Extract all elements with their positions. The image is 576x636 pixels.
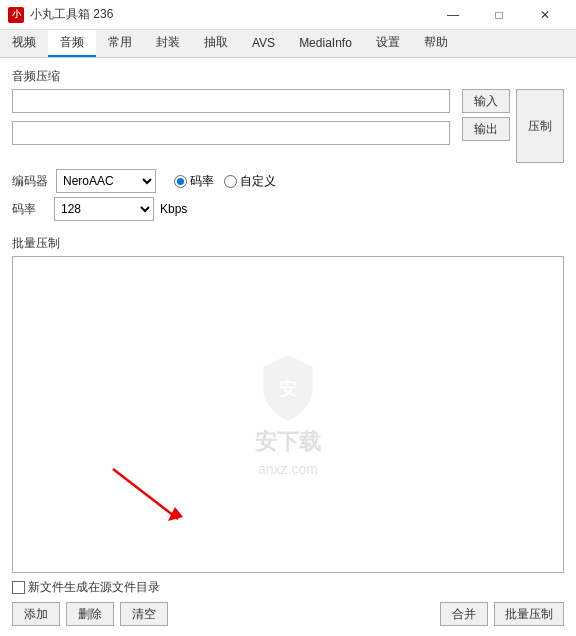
menu-item-avs[interactable]: AVS [240,30,287,57]
menu-item-common[interactable]: 常用 [96,30,144,57]
bitrate-label: 码率 [12,201,48,218]
clear-button[interactable]: 清空 [120,602,168,626]
delete-button[interactable]: 删除 [66,602,114,626]
bottom-buttons: 添加 删除 清空 合并 批量压制 [12,602,564,626]
watermark-text-en: anxz.com [258,461,318,477]
merge-button[interactable]: 合并 [440,602,488,626]
kbps-label: Kbps [160,202,187,216]
main-content: 音频压缩 输入 输出 压制 编码器 NeroAAC [0,58,576,636]
bitrate-select[interactable]: 128 192 256 320 [54,197,154,221]
input-button[interactable]: 输入 [462,89,510,113]
arrow-overlay [103,459,193,532]
encoder-select[interactable]: NeroAAC QAAC FLAC MP3 [56,169,156,193]
title-bar-left: 小 小丸工具箱 236 [8,6,113,23]
svg-line-1 [113,469,178,519]
app-icon: 小 [8,7,24,23]
menu-item-help[interactable]: 帮助 [412,30,460,57]
compress-btn-area: 压制 [516,89,564,163]
new-file-label: 新文件生成在源文件目录 [28,579,160,596]
watermark: 安 安下载 anxz.com [255,353,321,477]
new-file-checkbox[interactable] [12,581,25,594]
radio-custom[interactable]: 自定义 [224,173,276,190]
red-arrow-icon [103,459,193,529]
new-file-row: 新文件生成在源文件目录 [12,577,564,596]
svg-marker-2 [168,507,183,521]
title-bar-controls: — □ ✕ [430,0,568,30]
svg-text:安: 安 [278,378,297,399]
batch-section: 批量压制 安 安下载 anxz.com [12,235,564,626]
new-file-checkbox-item[interactable]: 新文件生成在源文件目录 [12,579,160,596]
radio-bitrate-label: 码率 [190,173,214,190]
bitrate-row: 码率 128 192 256 320 Kbps [12,197,564,221]
output-button[interactable]: 输出 [462,117,510,141]
maximize-button[interactable]: □ [476,0,522,30]
radio-group: 码率 自定义 [174,173,276,190]
encoder-label: 编码器 [12,173,48,190]
minimize-button[interactable]: — [430,0,476,30]
window-title: 小丸工具箱 236 [30,6,113,23]
menu-item-settings[interactable]: 设置 [364,30,412,57]
menu-item-mediainfo[interactable]: MediaInfo [287,30,364,57]
batch-compress-button[interactable]: 批量压制 [494,602,564,626]
radio-bitrate[interactable]: 码率 [174,173,214,190]
io-fields [12,89,450,163]
add-button[interactable]: 添加 [12,602,60,626]
watermark-shield-icon: 安 [258,353,318,423]
compress-button[interactable]: 压制 [516,89,564,163]
radio-custom-dot [224,175,237,188]
encoder-row: 编码器 NeroAAC QAAC FLAC MP3 码率 自定义 [12,169,564,193]
output-field[interactable] [12,121,450,145]
output-row [12,121,450,145]
input-field[interactable] [12,89,450,113]
title-bar: 小 小丸工具箱 236 — □ ✕ [0,0,576,30]
audio-section-title: 音频压缩 [12,68,564,85]
menu-item-package[interactable]: 封装 [144,30,192,57]
watermark-text-cn: 安下载 [255,427,321,457]
right-buttons: 输入 输出 [462,89,510,163]
batch-section-title: 批量压制 [12,235,564,252]
close-button[interactable]: ✕ [522,0,568,30]
input-row [12,89,450,113]
menu-item-video[interactable]: 视频 [0,30,48,57]
menu-item-audio[interactable]: 音频 [48,30,96,57]
batch-list[interactable]: 安 安下载 anxz.com [12,256,564,573]
audio-compress-section: 音频压缩 输入 输出 压制 编码器 NeroAAC [12,68,564,225]
input-output-area: 输入 输出 压制 [12,89,564,163]
radio-bitrate-dot [174,175,187,188]
radio-custom-label: 自定义 [240,173,276,190]
menu-bar: 视频 音频 常用 封装 抽取 AVS MediaInfo 设置 帮助 [0,30,576,58]
menu-item-extract[interactable]: 抽取 [192,30,240,57]
